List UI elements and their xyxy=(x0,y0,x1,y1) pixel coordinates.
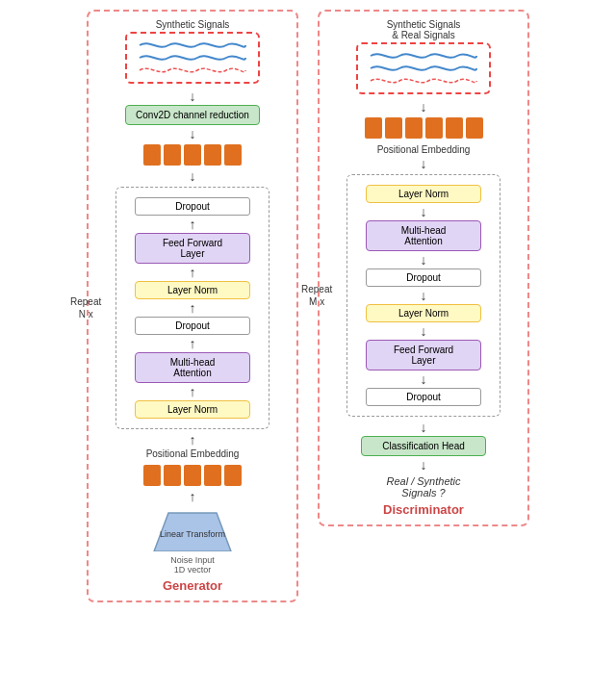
gen-tokens xyxy=(143,144,242,166)
gen-arrow-4: ↑ xyxy=(190,433,196,447)
disc-token-4 xyxy=(425,117,443,139)
gen-token2-3 xyxy=(184,465,201,486)
generator-column: Synthetic Signals ↓ Conv2D channel xyxy=(87,10,298,602)
disc-signals-label: Synthetic Signals& Real Signals xyxy=(387,19,461,40)
disc-token-3 xyxy=(405,117,423,139)
gen-rep-arrow-5: ↑ xyxy=(190,385,196,398)
gen-wave-2 xyxy=(140,52,245,64)
disc-wave-3 xyxy=(371,75,476,87)
gen-arrow-1: ↓ xyxy=(190,89,196,103)
gen-arrow-5: ↑ xyxy=(190,490,196,503)
gen-pos-emb-label: Positional Embedding xyxy=(146,448,240,459)
gen-token-5 xyxy=(224,144,242,166)
discriminator-column: Synthetic Signals& Real Signals ↓ xyxy=(318,10,529,602)
generator-outer-box: Synthetic Signals ↓ Conv2D channel xyxy=(87,10,298,602)
gen-dropout-2: Dropout xyxy=(135,317,250,335)
disc-rep-arrow-5: ↓ xyxy=(421,372,427,386)
gen-trapezoid-svg: Linear Transform xyxy=(144,505,241,551)
gen-token2-5 xyxy=(224,465,242,486)
gen-arrow-3: ↓ xyxy=(190,169,196,183)
gen-signals-label: Synthetic Signals xyxy=(156,19,230,30)
disc-result-label: Real / SyntheticSignals ? xyxy=(386,475,460,498)
gen-repeat-box: RepeatN x Dropout ↑ Feed ForwardLayer ↑ … xyxy=(116,187,270,429)
disc-title: Discriminator xyxy=(383,502,464,517)
disc-tokens-1 xyxy=(365,117,483,139)
gen-token2-4 xyxy=(204,465,221,486)
disc-arrow-3: ↓ xyxy=(421,421,427,434)
gen-token-4 xyxy=(204,144,221,166)
disc-feedforward: Feed ForwardLayer xyxy=(366,340,481,371)
disc-repeat-box: RepeatM x Layer Norm ↓ Multi-headAttenti… xyxy=(346,174,500,417)
gen-token2-1 xyxy=(143,465,161,486)
gen-feedforward: Feed ForwardLayer xyxy=(135,233,250,264)
disc-rep-arrow-2: ↓ xyxy=(421,253,427,267)
gen-token2-2 xyxy=(164,465,181,486)
disc-arrow-1: ↓ xyxy=(421,100,427,114)
gen-rep-arrow-2: ↑ xyxy=(190,266,196,279)
gen-tokens-2 xyxy=(143,465,242,486)
main-container: Synthetic Signals ↓ Conv2D channel xyxy=(10,10,606,602)
disc-rep-arrow-4: ↓ xyxy=(421,324,427,338)
gen-noise-label: Noise Input1D vector xyxy=(170,555,215,575)
disc-token-2 xyxy=(385,117,402,139)
disc-layernorm-2: Layer Norm xyxy=(366,304,481,322)
gen-conv2d-box: Conv2D channel reduction xyxy=(125,105,260,125)
disc-classification-head: Classification Head xyxy=(361,436,486,456)
gen-arrow-2: ↓ xyxy=(190,127,196,141)
gen-title: Generator xyxy=(163,578,222,593)
disc-layernorm-1: Layer Norm xyxy=(366,185,481,203)
gen-rep-arrow-4: ↑ xyxy=(190,337,196,350)
discriminator-outer-box: Synthetic Signals& Real Signals ↓ xyxy=(318,10,529,526)
disc-repeat-label: RepeatM x xyxy=(301,283,332,308)
gen-signals-box xyxy=(125,32,260,84)
gen-rep-arrow-1: ↑ xyxy=(190,217,196,231)
disc-dropout-2: Dropout xyxy=(366,388,481,406)
gen-token-3 xyxy=(184,144,201,166)
gen-layernorm-1: Layer Norm xyxy=(135,281,250,299)
gen-dropout-1: Dropout xyxy=(135,197,250,216)
gen-rep-arrow-3: ↑ xyxy=(190,301,196,315)
disc-dropout-1: Dropout xyxy=(366,268,481,287)
disc-wavy-lines xyxy=(368,50,479,87)
gen-token-2 xyxy=(164,144,181,166)
disc-rep-arrow-1: ↓ xyxy=(421,205,427,218)
disc-token-5 xyxy=(446,117,463,139)
disc-token-1 xyxy=(365,117,382,139)
gen-layernorm-2: Layer Norm xyxy=(135,400,250,419)
gen-wavy-lines xyxy=(137,39,248,76)
disc-wave-2 xyxy=(371,63,476,74)
disc-arrow-4: ↓ xyxy=(421,458,427,472)
gen-wave-1 xyxy=(140,39,245,51)
disc-pos-emb-label: Positional Embedding xyxy=(377,144,471,155)
gen-wave-3 xyxy=(140,64,245,76)
gen-multihead: Multi-headAttention xyxy=(135,352,250,383)
svg-text:Linear Transform: Linear Transform xyxy=(160,529,225,539)
gen-repeat-label: RepeatN x xyxy=(70,295,101,320)
gen-linear-wrap: Linear Transform xyxy=(144,505,241,551)
disc-token-6 xyxy=(466,117,483,139)
disc-arrow-2: ↓ xyxy=(421,157,427,170)
gen-token-1 xyxy=(143,144,161,166)
disc-signals-box xyxy=(356,42,491,94)
disc-wave-1 xyxy=(371,50,476,62)
disc-rep-arrow-3: ↓ xyxy=(421,289,427,302)
disc-multihead: Multi-headAttention xyxy=(366,220,481,251)
